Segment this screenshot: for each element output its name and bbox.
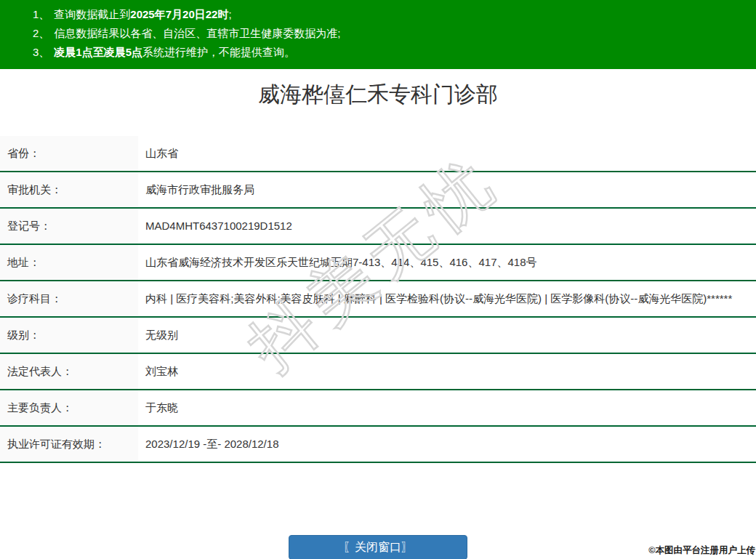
row-label: 审批机关： bbox=[0, 172, 138, 208]
notice-line-2-number: 2、 bbox=[33, 27, 49, 39]
institution-info-table: 省份： 山东省 审批机关： 威海市行政审批服务局 登记号： MAD4MHT643… bbox=[0, 136, 756, 463]
row-label: 诊疗科目： bbox=[0, 281, 138, 317]
row-value: 无级别 bbox=[138, 317, 756, 353]
row-value: 威海市行政审批服务局 bbox=[138, 172, 756, 208]
table-row-approval-authority: 审批机关： 威海市行政审批服务局 bbox=[0, 172, 756, 208]
table-row-license-validity: 执业许可证有效期： 2023/12/19 -至- 2028/12/18 bbox=[0, 426, 756, 462]
row-label: 主要负责人： bbox=[0, 390, 138, 426]
table-row-level: 级别： 无级别 bbox=[0, 317, 756, 353]
row-label: 级别： bbox=[0, 317, 138, 353]
notice-banner: 1、查询数据截止到2025年7月20日22时; 2、信息数据结果以各省、自治区、… bbox=[0, 0, 756, 69]
table-row-registration-number: 登记号： MAD4MHT6437100219D1512 bbox=[0, 208, 756, 244]
close-window-button[interactable]: 〖关闭窗口〗 bbox=[289, 535, 467, 559]
notice-line-1-number: 1、 bbox=[33, 8, 49, 20]
row-value: 山东省 bbox=[138, 136, 756, 172]
row-value: 2023/12/19 -至- 2028/12/18 bbox=[138, 426, 756, 462]
row-value: MAD4MHT6437100219D1512 bbox=[138, 208, 756, 244]
notice-line-2: 2、信息数据结果以各省、自治区、直辖市卫生健康委数据为准; bbox=[33, 24, 741, 43]
notice-line-1-tail: ; bbox=[228, 8, 231, 20]
table-row-province: 省份： 山东省 bbox=[0, 136, 756, 172]
row-label: 地址： bbox=[0, 244, 138, 281]
table-row-diagnosis-subjects: 诊疗科目： 内科 | 医疗美容科;美容外科;美容皮肤科 | 麻醉科 | 医学检验… bbox=[0, 281, 756, 317]
notice-line-3-number: 3、 bbox=[33, 46, 49, 58]
notice-line-1: 1、查询数据截止到2025年7月20日22时; bbox=[33, 5, 741, 24]
row-value: 山东省威海经济技术开发区乐天世纪城五期7-413、414、415、416、417… bbox=[138, 244, 756, 281]
query-result-page: 1、查询数据截止到2025年7月20日22时; 2、信息数据结果以各省、自治区、… bbox=[0, 0, 756, 463]
notice-line-3-maintenance-window: 凌晨1点至凌晨5点 bbox=[54, 46, 142, 58]
notice-line-2-text: 信息数据结果以各省、自治区、直辖市卫生健康委数据为准; bbox=[54, 27, 340, 39]
row-label: 登记号： bbox=[0, 208, 138, 244]
notice-line-3: 3、凌晨1点至凌晨5点系统进行维护，不能提供查询。 bbox=[33, 43, 741, 62]
notice-line-1-text: 查询数据截止到 bbox=[54, 8, 130, 20]
row-value: 于东晓 bbox=[138, 390, 756, 426]
notice-line-3-text: 系统进行维护，不能提供查询。 bbox=[142, 46, 295, 58]
table-row-legal-representative: 法定代表人： 刘宝林 bbox=[0, 353, 756, 390]
row-label: 执业许可证有效期： bbox=[0, 426, 138, 462]
copyright-watermark: ©本图由平台注册用户上传 bbox=[648, 544, 755, 557]
table-row-address: 地址： 山东省威海经济技术开发区乐天世纪城五期7-413、414、415、416… bbox=[0, 244, 756, 281]
row-value: 内科 | 医疗美容科;美容外科;美容皮肤科 | 麻醉科 | 医学检验科(协议--… bbox=[138, 281, 756, 317]
row-value: 刘宝林 bbox=[138, 353, 756, 390]
row-label: 省份： bbox=[0, 136, 138, 172]
table-row-principal: 主要负责人： 于东晓 bbox=[0, 390, 756, 426]
page-title: 威海桦僖仁禾专科门诊部 bbox=[0, 79, 756, 110]
notice-line-1-deadline: 2025年7月20日22时 bbox=[130, 8, 228, 20]
row-label: 法定代表人： bbox=[0, 353, 138, 390]
